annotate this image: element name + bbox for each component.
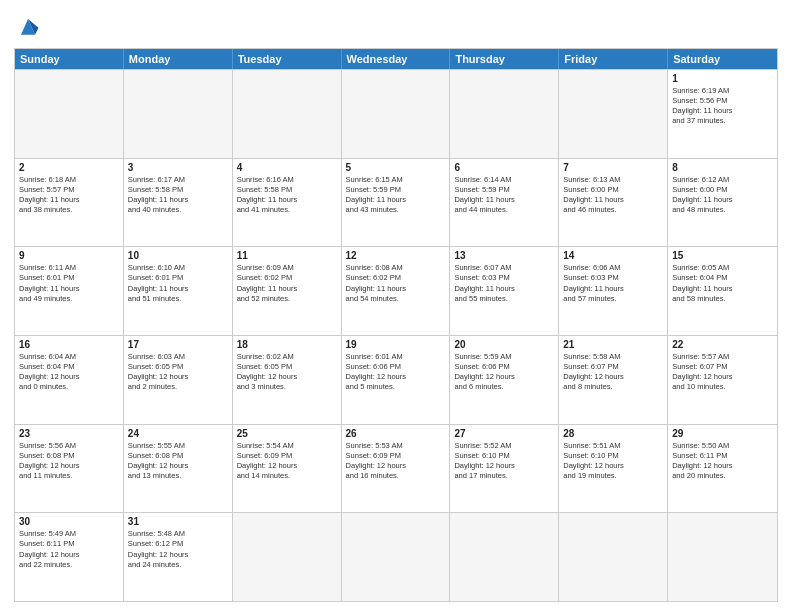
day-number: 21: [563, 339, 663, 350]
cell-detail: Sunrise: 6:07 AM Sunset: 6:03 PM Dayligh…: [454, 263, 554, 304]
day-number: 3: [128, 162, 228, 173]
calendar-cell: 19Sunrise: 6:01 AM Sunset: 6:06 PM Dayli…: [342, 336, 451, 424]
calendar-cell: 1Sunrise: 6:19 AM Sunset: 5:56 PM Daylig…: [668, 70, 777, 158]
calendar-cell: 25Sunrise: 5:54 AM Sunset: 6:09 PM Dayli…: [233, 425, 342, 513]
day-number: 1: [672, 73, 773, 84]
calendar-row: 1Sunrise: 6:19 AM Sunset: 5:56 PM Daylig…: [15, 69, 777, 158]
day-number: 11: [237, 250, 337, 261]
cell-detail: Sunrise: 5:51 AM Sunset: 6:10 PM Dayligh…: [563, 441, 663, 482]
cell-detail: Sunrise: 6:04 AM Sunset: 6:04 PM Dayligh…: [19, 352, 119, 393]
day-number: 7: [563, 162, 663, 173]
calendar-cell: [124, 70, 233, 158]
cell-detail: Sunrise: 6:15 AM Sunset: 5:59 PM Dayligh…: [346, 175, 446, 216]
day-number: 2: [19, 162, 119, 173]
calendar-cell: [559, 513, 668, 601]
calendar-cell: [559, 70, 668, 158]
calendar-cell: 10Sunrise: 6:10 AM Sunset: 6:01 PM Dayli…: [124, 247, 233, 335]
day-number: 4: [237, 162, 337, 173]
calendar-row: 16Sunrise: 6:04 AM Sunset: 6:04 PM Dayli…: [15, 335, 777, 424]
calendar-cell: 16Sunrise: 6:04 AM Sunset: 6:04 PM Dayli…: [15, 336, 124, 424]
cell-detail: Sunrise: 6:05 AM Sunset: 6:04 PM Dayligh…: [672, 263, 773, 304]
calendar-cell: [15, 70, 124, 158]
calendar: SundayMondayTuesdayWednesdayThursdayFrid…: [14, 48, 778, 602]
day-number: 27: [454, 428, 554, 439]
weekday-header: Tuesday: [233, 49, 342, 69]
day-number: 12: [346, 250, 446, 261]
page: SundayMondayTuesdayWednesdayThursdayFrid…: [0, 0, 792, 612]
calendar-row: 9Sunrise: 6:11 AM Sunset: 6:01 PM Daylig…: [15, 246, 777, 335]
cell-detail: Sunrise: 5:50 AM Sunset: 6:11 PM Dayligh…: [672, 441, 773, 482]
day-number: 28: [563, 428, 663, 439]
day-number: 17: [128, 339, 228, 350]
day-number: 24: [128, 428, 228, 439]
day-number: 29: [672, 428, 773, 439]
calendar-cell: [233, 70, 342, 158]
day-number: 31: [128, 516, 228, 527]
day-number: 18: [237, 339, 337, 350]
calendar-cell: 2Sunrise: 6:18 AM Sunset: 5:57 PM Daylig…: [15, 159, 124, 247]
calendar-header: SundayMondayTuesdayWednesdayThursdayFrid…: [15, 49, 777, 69]
cell-detail: Sunrise: 6:11 AM Sunset: 6:01 PM Dayligh…: [19, 263, 119, 304]
calendar-cell: 27Sunrise: 5:52 AM Sunset: 6:10 PM Dayli…: [450, 425, 559, 513]
calendar-cell: 23Sunrise: 5:56 AM Sunset: 6:08 PM Dayli…: [15, 425, 124, 513]
weekday-header: Friday: [559, 49, 668, 69]
calendar-cell: [450, 513, 559, 601]
weekday-header: Sunday: [15, 49, 124, 69]
day-number: 25: [237, 428, 337, 439]
day-number: 9: [19, 250, 119, 261]
day-number: 10: [128, 250, 228, 261]
cell-detail: Sunrise: 5:54 AM Sunset: 6:09 PM Dayligh…: [237, 441, 337, 482]
calendar-cell: 15Sunrise: 6:05 AM Sunset: 6:04 PM Dayli…: [668, 247, 777, 335]
calendar-row: 30Sunrise: 5:49 AM Sunset: 6:11 PM Dayli…: [15, 512, 777, 601]
calendar-cell: 11Sunrise: 6:09 AM Sunset: 6:02 PM Dayli…: [233, 247, 342, 335]
cell-detail: Sunrise: 5:56 AM Sunset: 6:08 PM Dayligh…: [19, 441, 119, 482]
cell-detail: Sunrise: 6:03 AM Sunset: 6:05 PM Dayligh…: [128, 352, 228, 393]
cell-detail: Sunrise: 5:49 AM Sunset: 6:11 PM Dayligh…: [19, 529, 119, 570]
weekday-header: Wednesday: [342, 49, 451, 69]
calendar-cell: [342, 513, 451, 601]
cell-detail: Sunrise: 6:16 AM Sunset: 5:58 PM Dayligh…: [237, 175, 337, 216]
calendar-cell: 29Sunrise: 5:50 AM Sunset: 6:11 PM Dayli…: [668, 425, 777, 513]
logo-icon: [14, 12, 42, 40]
cell-detail: Sunrise: 5:53 AM Sunset: 6:09 PM Dayligh…: [346, 441, 446, 482]
calendar-cell: 14Sunrise: 6:06 AM Sunset: 6:03 PM Dayli…: [559, 247, 668, 335]
calendar-cell: 17Sunrise: 6:03 AM Sunset: 6:05 PM Dayli…: [124, 336, 233, 424]
calendar-cell: 18Sunrise: 6:02 AM Sunset: 6:05 PM Dayli…: [233, 336, 342, 424]
calendar-cell: 12Sunrise: 6:08 AM Sunset: 6:02 PM Dayli…: [342, 247, 451, 335]
cell-detail: Sunrise: 6:19 AM Sunset: 5:56 PM Dayligh…: [672, 86, 773, 127]
cell-detail: Sunrise: 6:06 AM Sunset: 6:03 PM Dayligh…: [563, 263, 663, 304]
calendar-cell: 8Sunrise: 6:12 AM Sunset: 6:00 PM Daylig…: [668, 159, 777, 247]
calendar-cell: 4Sunrise: 6:16 AM Sunset: 5:58 PM Daylig…: [233, 159, 342, 247]
weekday-header: Thursday: [450, 49, 559, 69]
header: [14, 12, 778, 40]
day-number: 5: [346, 162, 446, 173]
cell-detail: Sunrise: 6:14 AM Sunset: 5:59 PM Dayligh…: [454, 175, 554, 216]
calendar-cell: 3Sunrise: 6:17 AM Sunset: 5:58 PM Daylig…: [124, 159, 233, 247]
cell-detail: Sunrise: 5:58 AM Sunset: 6:07 PM Dayligh…: [563, 352, 663, 393]
calendar-cell: 6Sunrise: 6:14 AM Sunset: 5:59 PM Daylig…: [450, 159, 559, 247]
day-number: 19: [346, 339, 446, 350]
calendar-cell: 5Sunrise: 6:15 AM Sunset: 5:59 PM Daylig…: [342, 159, 451, 247]
day-number: 13: [454, 250, 554, 261]
day-number: 14: [563, 250, 663, 261]
day-number: 22: [672, 339, 773, 350]
day-number: 26: [346, 428, 446, 439]
calendar-cell: [450, 70, 559, 158]
calendar-cell: 9Sunrise: 6:11 AM Sunset: 6:01 PM Daylig…: [15, 247, 124, 335]
cell-detail: Sunrise: 6:10 AM Sunset: 6:01 PM Dayligh…: [128, 263, 228, 304]
calendar-body: 1Sunrise: 6:19 AM Sunset: 5:56 PM Daylig…: [15, 69, 777, 601]
cell-detail: Sunrise: 6:09 AM Sunset: 6:02 PM Dayligh…: [237, 263, 337, 304]
day-number: 6: [454, 162, 554, 173]
weekday-header: Monday: [124, 49, 233, 69]
calendar-cell: 22Sunrise: 5:57 AM Sunset: 6:07 PM Dayli…: [668, 336, 777, 424]
calendar-cell: [233, 513, 342, 601]
cell-detail: Sunrise: 5:55 AM Sunset: 6:08 PM Dayligh…: [128, 441, 228, 482]
day-number: 8: [672, 162, 773, 173]
cell-detail: Sunrise: 6:01 AM Sunset: 6:06 PM Dayligh…: [346, 352, 446, 393]
cell-detail: Sunrise: 5:59 AM Sunset: 6:06 PM Dayligh…: [454, 352, 554, 393]
cell-detail: Sunrise: 6:17 AM Sunset: 5:58 PM Dayligh…: [128, 175, 228, 216]
calendar-cell: 30Sunrise: 5:49 AM Sunset: 6:11 PM Dayli…: [15, 513, 124, 601]
day-number: 30: [19, 516, 119, 527]
calendar-cell: 26Sunrise: 5:53 AM Sunset: 6:09 PM Dayli…: [342, 425, 451, 513]
weekday-header: Saturday: [668, 49, 777, 69]
